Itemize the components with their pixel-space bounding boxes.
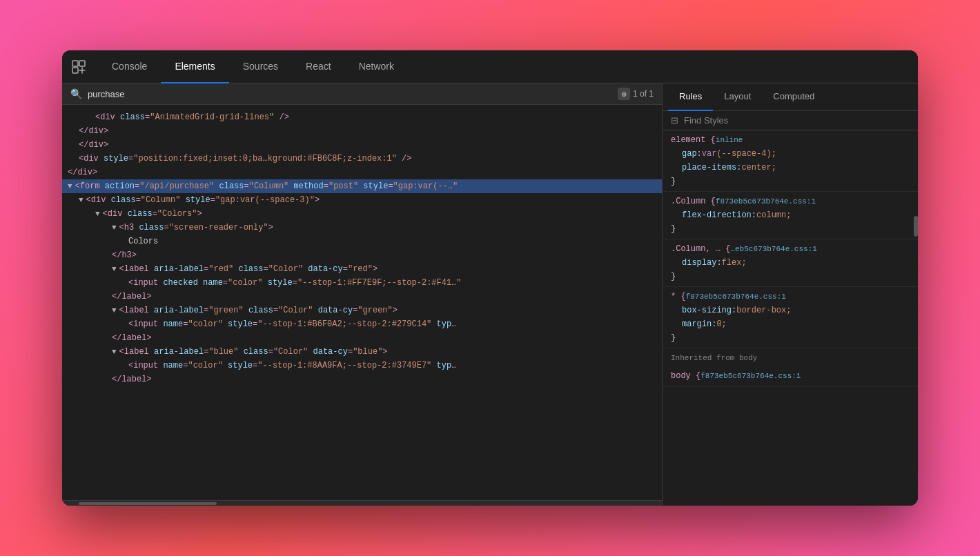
html-line: <label aria-label="green" class="Color" … bbox=[62, 304, 662, 317]
css-file: f873eb5c673b764e.css:1 bbox=[716, 195, 816, 208]
tab-layout[interactable]: Layout bbox=[713, 83, 762, 111]
tab-rules[interactable]: Rules bbox=[668, 83, 713, 111]
css-prop: margin: bbox=[671, 317, 716, 331]
css-selector: * { bbox=[671, 290, 686, 304]
html-line: <label aria-label="red" class="Color" da… bbox=[62, 262, 662, 276]
svg-rect-1 bbox=[79, 61, 85, 66]
devtools-main: 🔍 ⊕ 1 of 1 <div class="AnimatedGrid-grid… bbox=[62, 83, 918, 506]
css-selector: .Column { bbox=[671, 195, 716, 208]
tab-network[interactable]: Network bbox=[345, 50, 408, 83]
expand-arrow[interactable] bbox=[79, 193, 84, 207]
css-selector: element { bbox=[671, 133, 716, 147]
inherited-label: Inherited from body bbox=[663, 348, 918, 366]
css-prop: gap: bbox=[671, 147, 702, 161]
css-rule-star: * { f873eb5c673b764e.css:1 box-sizing: b… bbox=[663, 287, 918, 348]
expand-arrow[interactable] bbox=[95, 207, 100, 221]
tab-sources[interactable]: Sources bbox=[229, 50, 292, 83]
svg-rect-0 bbox=[72, 61, 78, 66]
css-rule-body: body { f873eb5c673b764e.css:1 bbox=[663, 366, 918, 386]
html-line: </label> bbox=[62, 331, 662, 345]
search-count: ⊕ 1 of 1 bbox=[618, 88, 654, 100]
css-value: border-box; bbox=[736, 304, 791, 317]
html-line: <input name="color" style="--stop-1:#8AA… bbox=[62, 359, 662, 373]
css-value: var(--space-4); bbox=[702, 147, 776, 161]
search-bar: 🔍 ⊕ 1 of 1 bbox=[62, 83, 662, 105]
html-line: <div style="position:fixed;inset:0;ba…kg… bbox=[62, 152, 662, 166]
html-line: <label aria-label="blue" class="Color" d… bbox=[62, 345, 662, 359]
devtools-window: Console Elements Sources React Network 🔍… bbox=[62, 50, 918, 506]
devtools-tabs-bar: Console Elements Sources React Network bbox=[62, 50, 918, 83]
html-line: <h3 class="screen-reader-only"> bbox=[62, 221, 662, 235]
css-prop: place-items: bbox=[671, 161, 741, 175]
css-file: f873eb5c673b764e.css:1 bbox=[700, 369, 801, 383]
html-line: </h3> bbox=[62, 248, 662, 262]
html-line-selected[interactable]: <form action="/api/purchase" class="Colu… bbox=[62, 179, 662, 193]
filter-icon: ⊟ bbox=[671, 115, 678, 126]
html-line: <div class="Column" style="gap:var(--spa… bbox=[62, 193, 662, 207]
search-count-icon: ⊕ bbox=[618, 88, 630, 100]
search-icon: 🔍 bbox=[70, 88, 82, 99]
find-styles-bar: ⊟ Find Styles bbox=[663, 111, 918, 130]
tab-computed[interactable]: Computed bbox=[762, 83, 825, 111]
tab-react[interactable]: React bbox=[292, 50, 345, 83]
css-file: inline bbox=[716, 133, 743, 147]
search-input[interactable] bbox=[88, 89, 612, 99]
css-file: f873eb5c673b764e.css:1 bbox=[686, 290, 786, 304]
find-styles-label: Find Styles bbox=[684, 115, 728, 126]
horizontal-scrollbar[interactable] bbox=[62, 500, 662, 506]
css-selector: .Column, … { bbox=[671, 242, 730, 256]
html-content[interactable]: <div class="AnimatedGrid-grid-lines" /> … bbox=[62, 105, 662, 500]
html-line: <input checked name="color" style="--sto… bbox=[62, 276, 662, 290]
left-panel: 🔍 ⊕ 1 of 1 <div class="AnimatedGrid-grid… bbox=[62, 83, 663, 506]
css-prop: display: bbox=[671, 256, 722, 270]
svg-rect-2 bbox=[72, 68, 78, 73]
vertical-scrollbar-thumb[interactable] bbox=[914, 216, 918, 237]
html-line: Colors bbox=[62, 235, 662, 248]
html-line: <div class="Colors"> bbox=[62, 207, 662, 221]
css-value: column; bbox=[756, 208, 791, 222]
html-line: </div> bbox=[62, 138, 662, 152]
css-content[interactable]: element { inline gap: var(--space-4); pl… bbox=[663, 130, 918, 506]
css-value: center; bbox=[741, 161, 776, 175]
right-panel: Rules Layout Computed ⊟ Find Styles elem… bbox=[663, 83, 918, 506]
html-line: <div class="AnimatedGrid-grid-lines" /> bbox=[62, 110, 662, 124]
expand-arrow[interactable] bbox=[112, 262, 117, 276]
css-rule-column-multi: .Column, … { …eb5c673b764e.css:1 display… bbox=[663, 239, 918, 287]
expand-arrow[interactable] bbox=[112, 304, 117, 317]
right-tabs: Rules Layout Computed bbox=[663, 83, 918, 111]
css-value: flex; bbox=[722, 256, 747, 270]
expand-arrow[interactable] bbox=[68, 179, 72, 193]
search-count-text: 1 of 1 bbox=[633, 89, 654, 99]
tab-elements[interactable]: Elements bbox=[161, 50, 228, 83]
html-line: </label> bbox=[62, 290, 662, 304]
html-line: </label> bbox=[62, 373, 662, 386]
css-rule-element: element { inline gap: var(--space-4); pl… bbox=[663, 130, 918, 192]
html-line: </div> bbox=[62, 124, 662, 138]
css-selector: body { bbox=[671, 369, 700, 383]
css-prop: box-sizing: bbox=[671, 304, 736, 317]
tab-console[interactable]: Console bbox=[98, 50, 161, 83]
html-line: <input name="color" style="--stop-1:#B6F… bbox=[62, 317, 662, 331]
devtools-logo bbox=[68, 56, 90, 78]
css-file: …eb5c673b764e.css:1 bbox=[730, 242, 816, 256]
expand-arrow[interactable] bbox=[112, 345, 117, 359]
html-line: </div> bbox=[62, 166, 662, 179]
css-rule-column: .Column { f873eb5c673b764e.css:1 flex-di… bbox=[663, 192, 918, 239]
scrollbar-thumb[interactable] bbox=[79, 502, 217, 505]
expand-arrow[interactable] bbox=[112, 221, 117, 235]
css-value: 0; bbox=[716, 317, 726, 331]
css-prop: flex-direction: bbox=[671, 208, 756, 222]
